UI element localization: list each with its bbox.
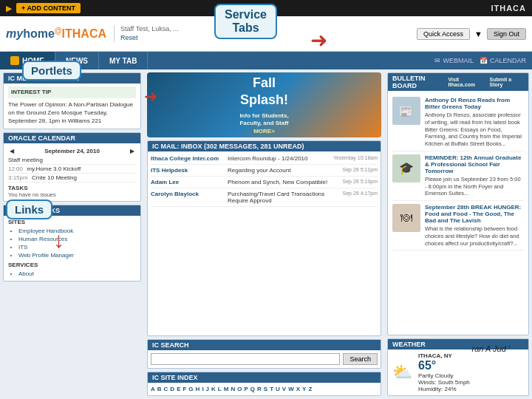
interest-tip-text: The Power of Opinion: A Non-Partisan Dia… bbox=[8, 100, 136, 126]
tab-my-tab[interactable]: MY TAB bbox=[99, 52, 148, 69]
inbox-subject-1: Regarding your Account bbox=[228, 167, 340, 174]
add-content-button[interactable]: + ADD CONTENT bbox=[16, 3, 81, 13]
logo-ithaca: ITHACA bbox=[62, 27, 106, 40]
search-portlet: IC SEARCH Search bbox=[147, 339, 381, 369]
list-item[interactable]: About bbox=[18, 270, 136, 278]
letter-k[interactable]: K bbox=[211, 386, 216, 392]
calendar-icon: 📅 bbox=[480, 57, 488, 64]
inbox-date-0: Yesterday 10:18am bbox=[333, 155, 378, 160]
calendar-nav: ◀ September 24, 2010 ▶ bbox=[8, 146, 136, 156]
letter-d[interactable]: D bbox=[170, 386, 174, 392]
letter-n[interactable]: N bbox=[231, 386, 235, 392]
site-index-portlet: IC SITE INDEX A B C D E F G H I J K L M … bbox=[147, 372, 381, 396]
cal-next-icon[interactable]: ▶ bbox=[130, 148, 134, 154]
letter-w[interactable]: W bbox=[288, 386, 294, 392]
inbox-item-2[interactable]: Adam Lee Phenom and Synch, New Compatibl… bbox=[151, 177, 378, 188]
letter-i[interactable]: I bbox=[202, 386, 203, 392]
letter-j[interactable]: J bbox=[206, 386, 209, 392]
letter-r[interactable]: R bbox=[257, 386, 262, 392]
site-index-title: IC SITE INDEX bbox=[152, 374, 198, 381]
letter-h[interactable]: H bbox=[196, 386, 200, 392]
bulletin-board-body: 📰 Anthony Di Renzo Reads from Bitter Gre… bbox=[388, 91, 528, 253]
letter-g[interactable]: G bbox=[188, 386, 193, 392]
weather-detail1: Winds: South 5mph bbox=[418, 379, 470, 386]
letter-z[interactable]: Z bbox=[308, 386, 312, 392]
news-body-1: Please join us September 23 from 5:00 - … bbox=[425, 176, 524, 197]
search-input[interactable] bbox=[151, 353, 340, 365]
letter-o[interactable]: O bbox=[237, 386, 242, 392]
portlets-arrow: ➜ bbox=[144, 87, 157, 106]
cal-prev-icon[interactable]: ◀ bbox=[10, 148, 14, 154]
service-tabs-callout: Service Tabs bbox=[214, 4, 277, 39]
interest-tip-header: INTEREST TIP bbox=[8, 86, 136, 98]
services-ul: About bbox=[8, 270, 136, 278]
letter-y[interactable]: Y bbox=[302, 386, 306, 392]
news-title-0: Anthony Di Renzo Reads from Bitter Green… bbox=[425, 97, 524, 110]
calendar-month: September 24, 2010 bbox=[44, 148, 100, 154]
dropdown-icon[interactable]: ▼ bbox=[474, 30, 482, 38]
site-index-body: A B C D E F G H I J K L M N O P Q R S T bbox=[148, 383, 381, 395]
bulletin-board-header: BULLETIN BOARD Visit Ithaca.com Submit a… bbox=[388, 73, 528, 91]
search-header: IC SEARCH bbox=[148, 340, 381, 350]
logo: myhome@ITHACA bbox=[6, 27, 106, 41]
list-item[interactable]: Human Resources bbox=[18, 235, 136, 243]
logo-home: home bbox=[23, 27, 55, 40]
letter-e[interactable]: E bbox=[177, 386, 180, 392]
search-row: Search bbox=[148, 350, 381, 368]
letter-a[interactable]: A bbox=[151, 386, 155, 392]
letter-c[interactable]: C bbox=[164, 386, 168, 392]
list-item[interactable]: Employee Handbook bbox=[18, 227, 136, 235]
staff-tools: Staff Test, Luksa, ... Reset bbox=[114, 25, 179, 42]
letter-f[interactable]: F bbox=[183, 386, 186, 392]
letter-m[interactable]: M bbox=[224, 386, 229, 392]
fall-splash-banner: FallSplash! Info for Students, Faculty, … bbox=[147, 72, 381, 137]
middle-column: FallSplash! Info for Students, Faculty, … bbox=[144, 69, 384, 399]
news-text-0: Anthony Di Renzo Reads from Bitter Green… bbox=[425, 97, 524, 148]
inbox-item-1[interactable]: ITS Helpdesk Regarding your Account Sep … bbox=[151, 165, 378, 177]
letter-x[interactable]: X bbox=[296, 386, 300, 392]
sign-out-button[interactable]: Sign Out bbox=[487, 28, 526, 40]
staff-tools-line2[interactable]: Reset bbox=[120, 34, 179, 43]
fall-splash-title: FallSplash! bbox=[239, 75, 288, 109]
letter-p[interactable]: P bbox=[244, 386, 248, 392]
letter-l[interactable]: L bbox=[218, 386, 222, 392]
letter-u[interactable]: U bbox=[276, 386, 280, 392]
inbox-sender-1: ITS Helpdesk bbox=[151, 167, 225, 174]
letter-t[interactable]: T bbox=[270, 386, 273, 392]
ran-a-jud-text: ran A Jud ' bbox=[472, 344, 510, 353]
sites-list: Employee Handbook Human Resources ITS We… bbox=[8, 227, 136, 259]
list-item[interactable]: Web Profile Manager bbox=[18, 251, 136, 259]
tasks-title: TASKS bbox=[8, 185, 136, 191]
visit-ithaca-link[interactable]: Visit Ithaca.com bbox=[449, 77, 485, 87]
fall-splash-more[interactable]: MORE> bbox=[239, 128, 288, 135]
news-thumb-icon-1: 🎓 bbox=[399, 161, 414, 175]
weather-title: WEATHER bbox=[392, 341, 426, 348]
inbox-date-3: Sep 29 4:17pm bbox=[343, 191, 378, 196]
letter-s[interactable]: S bbox=[264, 386, 267, 392]
cal-event-1-time: 12:00 bbox=[8, 166, 23, 172]
quick-access-button[interactable]: Quick Access bbox=[417, 28, 470, 40]
letter-v[interactable]: V bbox=[282, 386, 286, 392]
webmail-link[interactable]: ✉ WEBMAIL bbox=[434, 57, 474, 64]
staff-tools-line1: Staff Test, Luksa, ... bbox=[120, 25, 179, 34]
inbox-subject-0: Intercom Roundup - 1/24/2010 bbox=[228, 155, 330, 162]
inbox-item-0[interactable]: Ithaca College Inter.com Intercom Roundu… bbox=[151, 153, 378, 165]
calendar-link[interactable]: 📅 CALENDAR bbox=[480, 57, 526, 64]
news-body-2: What is the relationship between food ch… bbox=[425, 225, 524, 247]
service-tabs-arrow: ➜ bbox=[310, 28, 327, 52]
letter-b[interactable]: B bbox=[157, 386, 162, 392]
news-item-0: 📰 Anthony Di Renzo Reads from Bitter Gre… bbox=[392, 94, 524, 151]
list-item[interactable]: ITS bbox=[18, 243, 136, 251]
letter-q[interactable]: Q bbox=[250, 386, 255, 392]
inbox-body: Ithaca College Inter.com Intercom Roundu… bbox=[148, 151, 381, 208]
links-callout: Links bbox=[6, 200, 52, 219]
calendar-label: CALENDAR bbox=[490, 57, 526, 64]
search-button[interactable]: Search bbox=[343, 353, 378, 365]
inbox-item-3[interactable]: Carolyn Blaylock Purchasing/Travel Card … bbox=[151, 188, 378, 207]
calendar-portlet-title: ORACLE CALENDAR bbox=[8, 134, 75, 142]
inbox-sender-0: Ithaca College Inter.com bbox=[151, 155, 225, 162]
right-column: BULLETIN BOARD Visit Ithaca.com Submit a… bbox=[384, 69, 532, 399]
submit-story-link[interactable]: Submit a Story bbox=[490, 77, 524, 87]
news-body-0: Anthony Di Renzo, associate professor of… bbox=[425, 112, 524, 148]
inbox-title: IC MAIL: INBOX (302 MESSAGES, 281 UNREAD… bbox=[152, 143, 304, 150]
